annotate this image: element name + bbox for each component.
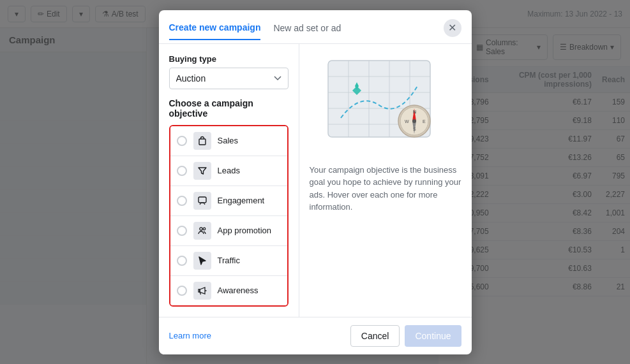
svg-rect-0	[199, 139, 206, 145]
objectives-list: Sales Leads Engagement App promotion Tra…	[169, 125, 289, 307]
modal-right: N S W E Your campaign objective is the b…	[299, 44, 472, 317]
close-button[interactable]: ✕	[444, 19, 461, 37]
close-icon: ✕	[448, 22, 456, 34]
tab-create-campaign[interactable]: Create new campaign	[169, 22, 261, 40]
svg-point-20	[412, 119, 416, 123]
objective-icon-people	[193, 222, 211, 240]
objective-label-app_promotion: App promotion	[218, 226, 272, 235]
svg-point-3	[203, 228, 206, 230]
objective-radio-engagement[interactable]	[177, 196, 187, 206]
svg-text:W: W	[405, 119, 409, 124]
cancel-button[interactable]: Cancel	[350, 325, 400, 347]
svg-rect-1	[199, 197, 206, 203]
objective-icon-megaphone	[193, 282, 211, 300]
objective-label-engagement: Engagement	[218, 196, 265, 205]
objective-item-leads[interactable]: Leads	[170, 156, 287, 186]
objective-icon-cursor	[193, 252, 211, 270]
objective-radio-app_promotion[interactable]	[177, 226, 187, 236]
svg-text:S: S	[413, 127, 416, 131]
svg-point-2	[199, 227, 202, 229]
objective-item-sales[interactable]: Sales	[170, 126, 287, 156]
objective-item-app_promotion[interactable]: App promotion	[170, 216, 287, 246]
objective-label-awareness: Awareness	[218, 286, 259, 295]
modal-footer: Learn more Cancel Continue	[159, 317, 472, 354]
modal: Create new campaign New ad set or ad ✕ B…	[159, 10, 472, 354]
objective-radio-leads[interactable]	[177, 166, 187, 176]
objective-label-leads: Leads	[218, 166, 240, 175]
objective-radio-sales[interactable]	[177, 136, 187, 146]
objective-radio-awareness[interactable]	[177, 286, 187, 296]
objective-item-traffic[interactable]: Traffic	[170, 246, 287, 276]
objective-description: Your campaign objective is the business …	[310, 164, 461, 214]
objective-icon-bag	[193, 132, 211, 150]
objective-label-traffic: Traffic	[218, 256, 240, 265]
objective-item-awareness[interactable]: Awareness	[170, 276, 287, 305]
modal-overlay: Create new campaign New ad set or ad ✕ B…	[0, 0, 630, 364]
continue-button[interactable]: Continue	[405, 325, 461, 347]
svg-text:E: E	[423, 119, 426, 124]
objective-item-engagement[interactable]: Engagement	[170, 186, 287, 216]
svg-point-4	[205, 290, 206, 291]
campaign-illustration: N S W E	[322, 54, 449, 156]
objective-radio-traffic[interactable]	[177, 256, 187, 266]
objective-icon-filter	[193, 162, 211, 180]
buying-type-label: Buying type	[169, 54, 289, 64]
buying-type-select[interactable]: Auction	[169, 68, 289, 89]
modal-body: Buying type Auction Choose a campaign ob…	[159, 44, 472, 317]
modal-left: Buying type Auction Choose a campaign ob…	[159, 44, 299, 317]
learn-more-link[interactable]: Learn more	[169, 331, 211, 340]
tab-new-ad-set[interactable]: New ad set or ad	[273, 23, 341, 40]
objective-icon-chat	[193, 192, 211, 210]
modal-header: Create new campaign New ad set or ad ✕	[159, 10, 472, 44]
objective-label-sales: Sales	[218, 136, 239, 145]
footer-buttons: Cancel Continue	[350, 325, 461, 347]
section-title: Choose a campaign objective	[169, 98, 289, 119]
svg-text:N: N	[413, 110, 416, 114]
